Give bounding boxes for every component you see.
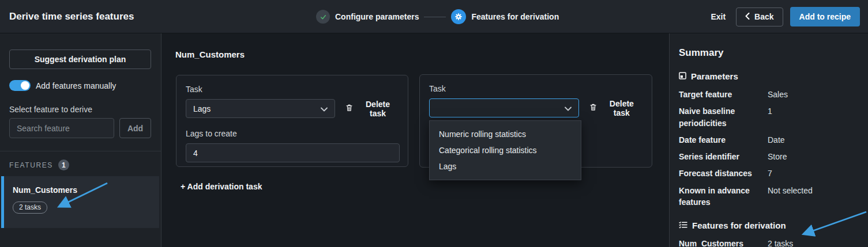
task-label: Task	[429, 84, 642, 93]
back-button-label: Back	[754, 12, 773, 21]
divider	[0, 151, 161, 151]
task-label: Task	[186, 85, 399, 94]
param-value: 1	[768, 105, 859, 129]
derivation-feature-tasks: 2 tasks	[768, 238, 859, 247]
exit-button[interactable]: Exit	[707, 7, 729, 26]
features-for-derivation-header-label: Features for derivation	[692, 221, 786, 230]
task-dropdown-menu: Numeric rolling statistics Categorical r…	[429, 120, 581, 180]
step-label: Configure parameters	[335, 12, 419, 21]
param-label: Target feature	[679, 89, 768, 100]
delete-task-label: Delete task	[601, 99, 642, 117]
select-feature-label: Select feature to derive	[9, 105, 92, 114]
delete-task-label: Delete task	[357, 100, 399, 118]
derivation-feature-name: Num_Customers	[679, 238, 768, 247]
add-features-manually-toggle[interactable]	[9, 80, 31, 91]
parameters-header-label: Parameters	[691, 71, 738, 81]
task-select-value: Lags	[193, 104, 211, 113]
add-to-recipe-button[interactable]: Add to recipe	[790, 7, 860, 26]
sidebar: Suggest derivation plan Add features man…	[0, 33, 161, 247]
summary-title: Summary	[679, 47, 859, 59]
param-label: Known in advance features	[679, 185, 768, 208]
lags-to-create-label: Lags to create	[186, 129, 399, 138]
header: Derive time series features Configure pa…	[0, 0, 868, 33]
app-root: Derive time series features Configure pa…	[0, 0, 868, 247]
menu-item-lags[interactable]: Lags	[430, 158, 581, 174]
stepper: Configure parameters	[316, 0, 559, 33]
gear-icon	[451, 9, 466, 24]
trash-icon	[589, 103, 597, 113]
step-configure-parameters[interactable]: Configure parameters	[316, 10, 419, 24]
task-select-open[interactable]	[429, 98, 579, 117]
delete-task-button[interactable]: Delete task	[589, 99, 642, 117]
menu-item-numeric-rolling-statistics[interactable]: Numeric rolling statistics	[430, 126, 581, 142]
chevron-down-icon	[565, 104, 572, 113]
main-content: Num_Customers Task Lags Delete task L	[161, 33, 669, 247]
param-value: Date	[768, 134, 859, 146]
toggle-knob	[21, 81, 29, 90]
header-actions: Exit Back Add to recipe	[707, 0, 860, 33]
parameters-icon	[679, 72, 686, 81]
step-connector	[424, 17, 446, 17]
lags-to-create-input[interactable]	[186, 143, 400, 162]
feature-list-item-num-customers[interactable]: Num_Customers 2 tasks	[1, 176, 159, 228]
param-label: Forecast distances	[679, 168, 768, 179]
trash-icon	[345, 104, 353, 113]
delete-task-button[interactable]: Delete task	[345, 100, 399, 118]
back-button[interactable]: Back	[736, 7, 783, 26]
features-header-label: FEATURES	[9, 161, 53, 169]
derivation-features-list: Num_Customers 2 tasks	[679, 238, 859, 247]
page-title: Derive time series features	[9, 0, 134, 33]
chevron-down-icon	[321, 104, 328, 113]
task-count-badge: 2 tasks	[13, 202, 47, 214]
param-value: Store	[768, 151, 859, 162]
search-feature-input[interactable]	[9, 118, 114, 138]
menu-item-categorical-rolling-statistics[interactable]: Categorical rolling statistics	[430, 142, 581, 158]
check-icon	[316, 10, 330, 24]
task-card-1: Task Lags Delete task Lags to create	[176, 75, 408, 167]
step-features-for-derivation[interactable]: Features for derivation	[451, 9, 559, 24]
search-row: Add	[9, 118, 151, 138]
add-derivation-task-button[interactable]: + Add derivation task	[181, 182, 262, 191]
task-select[interactable]: Lags	[186, 99, 335, 118]
summary-panel: Summary Parameters Target feature Sales …	[669, 33, 868, 247]
parameters-section-header: Parameters	[679, 71, 859, 81]
param-value: Sales	[768, 89, 859, 100]
parameters-list: Target feature Sales Naive baseline peri…	[679, 89, 859, 208]
step-label: Features for derivation	[471, 12, 559, 21]
features-count-badge: 1	[58, 159, 69, 170]
features-for-derivation-section-header: Features for derivation	[679, 221, 859, 230]
chevron-left-icon	[745, 12, 750, 21]
param-label: Date feature	[679, 134, 768, 146]
suggest-derivation-plan-button[interactable]: Suggest derivation plan	[9, 50, 151, 69]
checklist-icon	[679, 221, 687, 230]
selected-feature-title: Num_Customers	[175, 50, 245, 59]
add-feature-button[interactable]: Add	[119, 118, 151, 138]
param-label: Series identifier	[679, 151, 768, 162]
param-value: 7	[768, 168, 859, 179]
toggle-label: Add features manually	[36, 81, 116, 90]
param-label: Naive baseline periodicities	[679, 105, 768, 129]
feature-name: Num_Customers	[13, 185, 152, 195]
add-features-manually-row: Add features manually	[9, 80, 116, 91]
features-section-header: FEATURES 1	[9, 159, 69, 170]
param-value: Not selected	[768, 185, 859, 208]
